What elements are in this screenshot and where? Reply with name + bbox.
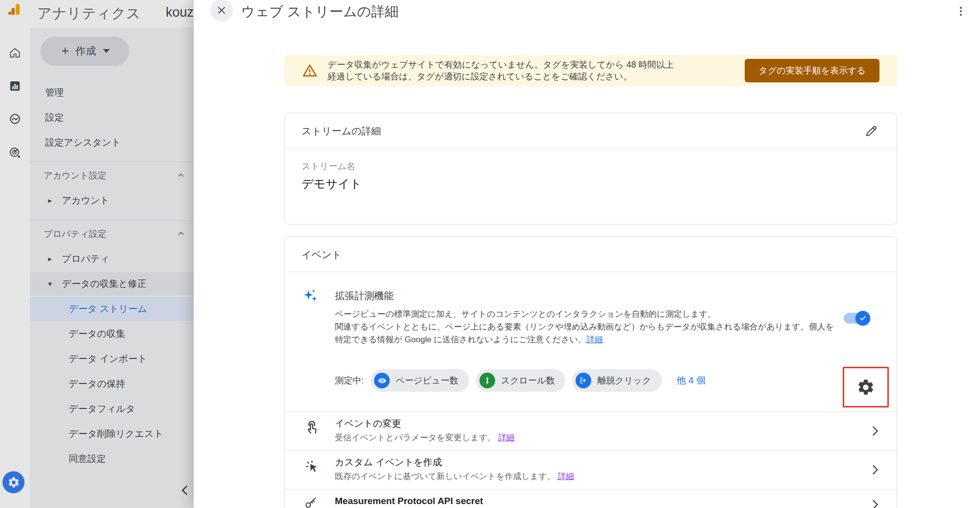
home-icon[interactable] [8,46,22,60]
edit-stream-button[interactable] [864,124,878,138]
web-stream-details-drawer: ウェブ ストリームの詳細 データ収集がウェブサイトで有効になっていません。タグを… [194,0,980,508]
sidebar-divider [30,220,194,221]
admin-settings-icon[interactable] [2,471,25,493]
advertising-icon[interactable] [8,146,22,160]
sidebar-item-data-collection[interactable]: データの収集 [30,322,194,346]
account-name[interactable]: kouz [166,5,194,20]
plus-icon [60,46,71,56]
toggle-thumb [855,311,870,326]
modify-events-title: イベントの変更 [335,417,401,430]
measurement-protocol-title: Measurement Protocol API secret [335,496,483,507]
stream-name-label: ストリーム名 [302,160,355,172]
measuring-row: 測定中: ページビュー数 スクロール数 [335,368,705,393]
modify-events-detail-link[interactable]: 詳細 [498,433,515,442]
create-custom-events-description: 既存のイベントに基づいて新しいイベントを作成します。 詳細 [335,471,574,482]
sidebar-item-data-deletion-requests[interactable]: データ削除リクエスト [30,422,194,446]
create-button[interactable]: 作成 [41,37,129,65]
drawer-title: ウェブ ストリームの詳細 [241,2,399,21]
touch-icon [303,419,320,438]
collapse-arrow-icon: ▾ [43,279,57,288]
warning-text: データ収集がウェブサイトで有効になっていません。タグを実装してから 48 時間以… [327,59,674,82]
sidebar-item-consent-settings[interactable]: 同意設定 [30,447,194,471]
warning-icon [302,63,318,80]
create-custom-events-detail-link[interactable]: 詳細 [557,472,574,481]
enhanced-measurement-description: ページビューの標準測定に加え、サイトのコンテンツとのインタラクションを自動的に測… [335,308,845,346]
admin-sidebar: 作成 管理 設定 設定アシスタント アカウント設定 ▸ アカウント プロパティ設… [30,27,194,508]
left-rail [0,0,30,508]
more-events-link[interactable]: 他 4 個 [677,374,705,387]
outbound-click-icon [576,373,591,388]
chevron-up-icon [176,171,186,183]
create-custom-events-title: カスタム イベントを作成 [335,456,442,469]
explore-icon[interactable] [8,112,22,126]
measuring-label: 測定中: [335,375,364,386]
sidebar-divider [30,162,194,162]
sidebar-item-data-collection-group[interactable]: ▾ データの収集と修正 [30,272,194,296]
close-icon [216,5,227,16]
scroll-icon [479,373,495,388]
close-button[interactable] [210,0,233,22]
warning-banner: データ収集がウェブサイトで有効になっていません。タグを実装してから 48 時間以… [284,55,897,86]
stream-name-value: デモサイト [302,176,362,192]
events-header: イベント [285,237,897,272]
sidebar-item-account[interactable]: ▸ アカウント [30,189,194,212]
modify-events-description: 受信イベントとパラメータを変更します。 詳細 [335,432,515,443]
stream-details-title: ストリームの詳細 [302,113,381,149]
sidebar-collapse-button[interactable] [177,483,193,498]
modify-events-row[interactable]: イベントの変更 受信イベントとパラメータを変更します。 詳細 [285,411,897,450]
chip-outbound-clicks[interactable]: 離脱クリック [572,369,662,392]
more-options-button[interactable] [953,3,969,20]
chevron-right-icon [868,498,882,508]
kebab-icon [955,5,967,18]
enhanced-measurement-toggle[interactable] [844,313,869,324]
events-title: イベント [302,237,342,272]
sidebar-item-data-filters[interactable]: データフィルタ [30,397,194,421]
chevron-right-icon [868,424,882,440]
sidebar-item-admin[interactable]: 管理 [30,81,194,104]
chevron-up-icon [176,229,186,241]
enhanced-measurement-title: 拡張計測機能 [335,289,394,303]
section-account-settings[interactable]: アカウント設定 [30,164,194,187]
stream-details-card: ストリームの詳細 ストリーム名 デモサイト [284,113,897,225]
sidebar-item-property[interactable]: ▸ プロパティ [30,247,194,271]
reports-icon[interactable] [8,79,22,93]
create-custom-events-row[interactable]: カスタム イベントを作成 既存のイベントに基づいて新しいイベントを作成します。 … [285,450,897,489]
app-window: アナリティクス kouz [0,0,980,508]
caret-down-icon [103,49,110,53]
expand-arrow-icon: ▸ [43,254,57,263]
chip-scrolls[interactable]: スクロール数 [476,369,566,392]
sidebar-item-data-retention[interactable]: データの保持 [30,372,194,396]
enhanced-measurement-settings-button[interactable] [856,378,875,397]
chevron-right-icon [868,463,882,479]
sidebar-item-data-streams[interactable]: データ ストリーム [30,297,194,321]
app-title: アナリティクス [37,4,141,24]
key-icon [303,496,318,508]
sidebar-item-settings[interactable]: 設定 [30,106,194,129]
measurement-protocol-row[interactable]: Measurement Protocol API secret [285,489,897,508]
expand-arrow-icon: ▸ [43,196,57,205]
section-property-settings[interactable]: プロパティ設定 [30,222,194,246]
stream-details-header: ストリームの詳細 [285,113,897,149]
sidebar-item-setup-assistant[interactable]: 設定アシスタント [30,131,194,154]
analytics-logo-icon [7,2,21,16]
cursor-click-icon [303,458,320,477]
sidebar-item-data-import[interactable]: データ インポート [30,347,194,371]
sparkle-icon [302,287,319,306]
pencil-icon [864,124,878,138]
enhanced-detail-link[interactable]: 詳細 [586,335,603,344]
show-tag-instructions-button[interactable]: タグの実装手順を表示する [745,59,879,82]
create-button-label: 作成 [75,44,96,58]
events-card: イベント 拡張計測機能 ページビューの標準測定に加え、サイトのコンテンツとのイン… [284,236,897,508]
chip-pageviews[interactable]: ページビュー数 [371,369,469,392]
eye-icon [374,373,390,388]
